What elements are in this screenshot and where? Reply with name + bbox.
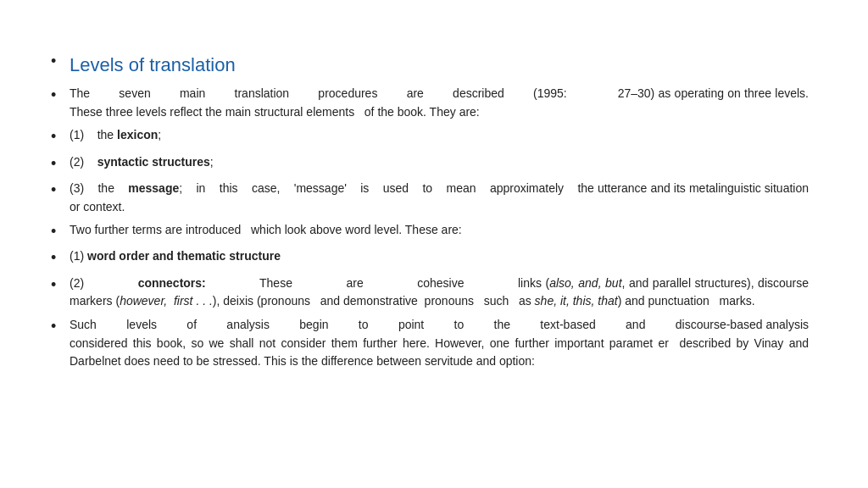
bullet-3: • [51, 153, 70, 175]
bullet-5: • [51, 221, 70, 242]
list-item-2: • (1) the lexicon; [51, 126, 809, 147]
bullet-2: • [51, 126, 70, 147]
text-7: (2) connectors: These are cohesive links… [70, 274, 809, 311]
list-item-8: • Such levels of analysis begin to point… [51, 316, 809, 371]
bullet-4: • [51, 180, 70, 201]
text-8: Such levels of analysis begin to point t… [70, 316, 809, 371]
list-item-title: • Levels of translation [51, 51, 809, 80]
list-item-4: • (3) the message; in this case, 'messag… [51, 180, 809, 216]
text-5: Two further terms are introduced which l… [70, 221, 809, 240]
text-4: (3) the message; in this case, 'message'… [70, 180, 809, 216]
main-list: • Levels of translation • The seven main… [51, 51, 809, 371]
bullet-title: • [51, 51, 70, 72]
content-area: • Levels of translation • The seven main… [51, 51, 809, 371]
list-item-3: • (2) syntactic structures; [51, 153, 809, 175]
text-3: (2) syntactic structures; [70, 153, 809, 172]
list-item-1: • The seven main translation procedures … [51, 85, 809, 121]
page-title: Levels of translation [70, 51, 809, 80]
list-item-5: • Two further terms are introduced which… [51, 221, 809, 242]
bullet-1: • [51, 85, 70, 106]
bullet-8: • [51, 316, 70, 337]
list-item-6: • (1) word order and thematic structure [51, 247, 809, 269]
list-item-7: • (2) connectors: These are cohesive lin… [51, 274, 809, 311]
text-6: (1) word order and thematic structure [70, 247, 809, 266]
text-2: (1) the lexicon; [70, 126, 809, 145]
bullet-6: • [51, 247, 70, 269]
bullet-7: • [51, 274, 70, 296]
text-1: The seven main translation procedures ar… [70, 85, 809, 121]
